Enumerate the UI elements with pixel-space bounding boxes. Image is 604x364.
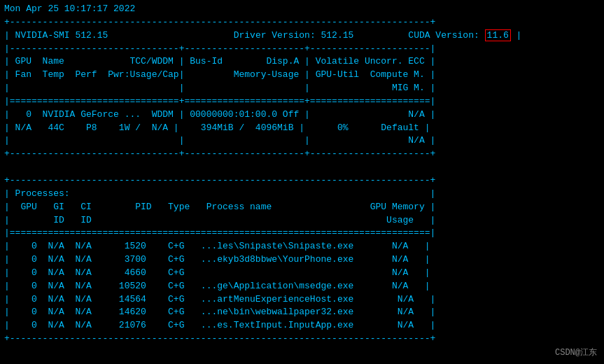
datetime-bar: Mon Apr 25 10:17:17 2022 — [4, 4, 135, 14]
driver-version: 512.15 — [321, 30, 354, 41]
terminal-content: Mon Apr 25 10:17:17 2022 +--------------… — [4, 3, 600, 346]
terminal-window: Mon Apr 25 10:17:17 2022 +--------------… — [0, 0, 604, 364]
watermark: CSDN@江东 — [555, 346, 597, 358]
driver-label: Driver Version: — [234, 30, 316, 41]
cuda-label: CUDA Version: — [408, 30, 479, 41]
cuda-version-box: 11.6 — [485, 29, 511, 41]
smi-version: NVIDIA-SMI 512.15 — [15, 30, 108, 41]
